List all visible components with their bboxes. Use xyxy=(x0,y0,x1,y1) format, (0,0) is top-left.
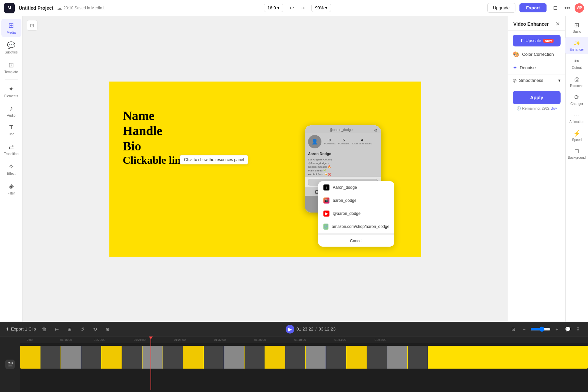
upload-icon: ⬆ xyxy=(5,326,9,332)
undo-button[interactable]: ↩ xyxy=(287,3,297,13)
remaining-text: 🕐 Remaining: 292s Buy xyxy=(508,106,565,113)
clip-thumb-3 xyxy=(61,346,81,369)
audio-icon: ♪ xyxy=(10,105,13,112)
delete-clip-button[interactable]: 🗑 xyxy=(40,325,48,334)
timeline-toolbar: ⬆ Export 1 Clip 🗑 ⊢ ⊞ ↺ ⟲ ⊕ ▶ 01:23:22 /… xyxy=(0,322,588,337)
topbar: M Untitled Project ☁ 20:10 Saved in Medi… xyxy=(0,0,588,16)
rp-item-background[interactable]: □ Background xyxy=(565,145,588,162)
upscale-button[interactable]: ⬆ Upscale NEW xyxy=(513,35,561,46)
phone-stats: 9 Following 5 Followers 4 Likes and Save… xyxy=(324,138,372,145)
rp-item-remover[interactable]: ◎ Remover xyxy=(565,73,588,90)
timeline-track-labels: 🎬 xyxy=(0,337,20,392)
video-track[interactable] xyxy=(20,346,588,369)
timeline-ruler: 2:00 01:16:00 01:20:00 01:24:00 01:28:00… xyxy=(20,337,588,343)
play-button[interactable]: ▶ xyxy=(286,325,294,334)
clip-thumb-19 xyxy=(387,346,407,369)
rotate-button[interactable]: ⟲ xyxy=(91,325,99,334)
sidebar-item-filter[interactable]: ◈ Filter xyxy=(1,179,21,198)
sidebar-item-elements[interactable]: ✦ Elements xyxy=(1,82,21,101)
denoise-option[interactable]: ✦ Denoise xyxy=(508,61,565,75)
popup-cancel-button[interactable]: Cancel xyxy=(318,233,394,247)
speed-icon: ⚡ xyxy=(573,130,581,137)
zoom-out-button[interactable]: − xyxy=(520,325,528,334)
popup-item-link[interactable]: 🔗 amazon.com/shop/aaron_dodge xyxy=(318,220,394,233)
text-bio: Bio xyxy=(123,139,187,154)
template-icon: ⊡ xyxy=(8,61,14,69)
fit-button[interactable]: ⊡ xyxy=(509,325,518,334)
rp-item-basic[interactable]: ⊞ Basic xyxy=(565,19,588,36)
video-track-icon[interactable]: 🎬 xyxy=(5,360,15,369)
clip-thumb-10 xyxy=(204,346,224,369)
upgrade-button[interactable]: Upgrade xyxy=(487,3,515,13)
project-title: Untitled Project xyxy=(19,5,53,11)
sidebar-item-audio[interactable]: ♪ Audio xyxy=(1,102,21,120)
clip-thumb-9 xyxy=(183,346,203,369)
avatar: 👤 xyxy=(308,135,321,148)
subtitles-icon: 💬 xyxy=(7,41,15,49)
rp-item-speed[interactable]: ⚡ Speed xyxy=(565,127,588,144)
media-icon: ⊞ xyxy=(8,21,14,29)
elements-icon: ✦ xyxy=(8,85,14,93)
canvas-frame[interactable]: Name Handle Bio Clickable link Click to … xyxy=(109,82,421,257)
subtitle-button[interactable]: 💬 xyxy=(563,325,572,334)
rp-item-enhancer[interactable]: ✨ Enhancer xyxy=(565,37,588,54)
topbar-extra-icons: ⊡ ••• VIP xyxy=(551,3,584,13)
color-correction-icon: 🎨 xyxy=(513,51,519,57)
clip-thumb-6 xyxy=(122,346,142,369)
phone-header: @aaron_dodge ⚙ xyxy=(305,125,381,133)
export-button[interactable]: Export xyxy=(519,3,547,12)
rp-item-animation[interactable]: ⋯ Animation xyxy=(565,109,588,126)
title-icon: T xyxy=(9,124,13,131)
sidebar-item-transition[interactable]: ⇄ Transition xyxy=(1,140,21,158)
more-options-icon[interactable]: ••• xyxy=(563,3,572,13)
clip-thumb-16 xyxy=(326,346,346,369)
sidebar-item-effect[interactable]: ✧ Effect xyxy=(1,160,21,178)
sidebar-item-template[interactable]: ⊡ Template xyxy=(1,58,21,77)
left-sidebar: ⊞ Media 💬 Subtitles ⊡ Template ✦ Element… xyxy=(0,16,23,322)
clip-thumb-8 xyxy=(163,346,183,369)
buy-link[interactable]: Buy xyxy=(551,106,557,110)
apply-button[interactable]: Apply xyxy=(513,91,561,104)
user-avatar[interactable]: VIP xyxy=(575,3,584,13)
clip-thumb-18 xyxy=(367,346,387,369)
share-icon[interactable]: ⊡ xyxy=(551,3,560,13)
track-clip xyxy=(20,346,588,369)
voiceover-button[interactable]: 🎙 xyxy=(574,325,583,334)
enhancer-title: Video Enhancer xyxy=(513,21,549,27)
sidebar-item-subtitles[interactable]: 💬 Subtitles xyxy=(1,38,21,57)
effect-icon: ✧ xyxy=(8,162,14,170)
zoom-slider[interactable] xyxy=(530,326,551,332)
loop-button[interactable]: ↺ xyxy=(78,325,87,334)
phone-info: Los Angeles County @Aaron_dodge • Conten… xyxy=(305,157,381,177)
aspect-ratio-selector[interactable]: 16:9 ▾ xyxy=(264,4,283,12)
rp-item-cutout[interactable]: ✂ Cutout xyxy=(565,55,588,72)
sidebar-item-media[interactable]: ⊞ Media xyxy=(1,19,21,37)
clip-thumb-14 xyxy=(285,346,305,369)
canvas-toolbar: ⊡ xyxy=(27,20,37,31)
zoom-selector[interactable]: 90% ▾ xyxy=(311,4,331,12)
clip-thumb-4 xyxy=(81,346,101,369)
split-clip-button[interactable]: ⊢ xyxy=(53,325,61,334)
crop-button[interactable]: ⊞ xyxy=(65,325,74,334)
main-area: ⊞ Media 💬 Subtitles ⊡ Template ✦ Element… xyxy=(0,16,588,322)
smoothness-option[interactable]: ◎ Smoothness ▾ xyxy=(508,75,565,86)
redo-button[interactable]: ↪ xyxy=(298,3,307,13)
zoom-in-button[interactable]: + xyxy=(553,325,561,334)
enhancer-panel: Video Enhancer ✕ ⬆ Upscale NEW 🎨 Color C… xyxy=(508,16,565,322)
rp-item-changer[interactable]: ⟳ Changer xyxy=(565,91,588,108)
export-clips-button[interactable]: ⬆ Export 1 Clip xyxy=(5,326,36,332)
popup-item-tiktok[interactable]: ♪ Aaron_dodge xyxy=(318,181,394,194)
sidebar-item-title[interactable]: T Title xyxy=(1,121,21,139)
animation-icon: ⋯ xyxy=(574,112,580,119)
close-icon[interactable]: ✕ xyxy=(556,21,560,27)
tooltip-box: Click to show the resources panel xyxy=(180,155,248,164)
canvas-options-button[interactable]: ⊡ xyxy=(27,20,37,31)
color-correction-option[interactable]: 🎨 Color Correction xyxy=(508,48,565,61)
clip-thumb-7 xyxy=(142,346,163,369)
text-handle: Handle xyxy=(123,123,187,139)
popup-item-youtube[interactable]: ▶ @aaron_dodge xyxy=(318,207,394,220)
sidebar-divider xyxy=(5,79,18,80)
smoothness-chevron-icon: ▾ xyxy=(558,78,561,83)
more-button[interactable]: ⊕ xyxy=(103,325,112,334)
popup-item-instagram[interactable]: 📷 aaron_dodge xyxy=(318,194,394,207)
